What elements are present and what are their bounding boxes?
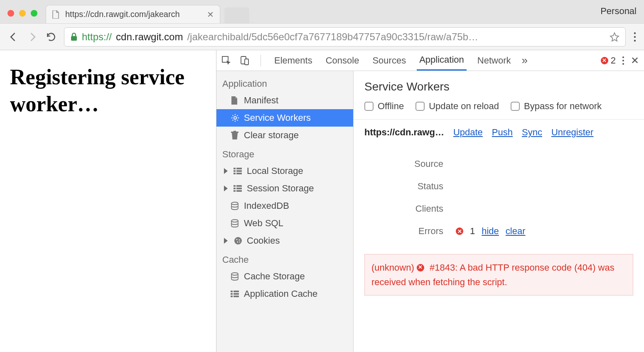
sidebar-item-local-storage[interactable]: Local Storage [216,162,353,180]
checkbox[interactable] [415,102,425,111]
tab-console[interactable]: Console [323,50,362,71]
svg-rect-16 [236,170,242,172]
svg-rect-0 [71,36,77,41]
checkbox[interactable] [364,102,374,111]
svg-rect-17 [234,173,236,174]
errors-hide-link[interactable]: hide [482,226,499,237]
sidebar-item-session-storage[interactable]: Session Storage [216,180,353,197]
sidebar-item-label: Cache Storage [244,271,305,282]
sidebar-group-application: Application [216,73,353,92]
error-icon: ✕ [456,227,463,235]
field-errors: Errors ✕ 1 hide clear [364,220,633,242]
url-scheme: https:// [82,31,112,43]
close-tab-icon[interactable]: ✕ [207,10,214,20]
option-label: Update on reload [429,101,499,112]
file-icon [52,10,61,19]
action-update[interactable]: Update [453,127,483,138]
sidebar-item-label: Web SQL [244,218,283,229]
error-badge[interactable]: ✕ 2 [601,55,616,66]
separator [261,55,261,66]
sw-entry: https://cdn.rawg… Update Push Sync Unreg… [354,120,644,149]
tab-title: https://cdn.rawgit.com/jakearch [65,10,203,19]
tab-sources[interactable]: Sources [370,50,408,71]
action-unregister[interactable]: Unregister [551,127,593,138]
cookie-icon [234,236,243,245]
sidebar-item-clear-storage[interactable]: Clear storage [216,127,353,144]
svg-rect-34 [234,291,239,292]
option-offline[interactable]: Offline [364,101,404,112]
sidebar-item-cache-storage[interactable]: Cache Storage [216,268,353,285]
sidebar-item-indexeddb[interactable]: IndexedDB [216,197,353,215]
option-label: Offline [378,101,404,112]
sidebar-item-application-cache[interactable]: Application Cache [216,285,353,303]
action-push[interactable]: Push [492,127,513,138]
more-tabs-icon[interactable]: » [521,54,527,67]
svg-point-7 [622,56,624,58]
sidebar-item-label: Manifest [244,95,278,106]
svg-rect-14 [236,168,242,169]
browser-menu-button[interactable] [633,31,637,43]
page-content: Registering service worker… [0,50,216,352]
window-controls [5,10,37,23]
tab-elements[interactable]: Elements [272,50,315,71]
svg-rect-36 [234,293,239,295]
tab-application[interactable]: Application [417,50,467,71]
new-tab-button[interactable] [224,7,249,23]
svg-rect-13 [234,168,236,169]
sidebar-item-label: IndexedDB [244,200,289,211]
inspect-element-icon[interactable] [221,56,231,66]
checkbox[interactable] [511,102,520,111]
reload-button[interactable] [46,32,57,42]
address-bar[interactable]: https://cdn.rawgit.com/jakearchibald/5dc… [64,27,626,46]
svg-rect-37 [231,296,233,297]
expand-icon [224,238,228,244]
minimize-window-button[interactable] [19,10,26,17]
sidebar-item-label: Clear storage [244,130,299,141]
errors-clear-link[interactable]: clear [506,226,526,237]
sidebar-item-label: Local Storage [247,166,303,176]
error-source-text: (unknown) [371,260,414,275]
tab-network[interactable]: Network [475,50,514,71]
action-sync[interactable]: Sync [522,127,542,138]
sidebar-item-service-workers[interactable]: Service Workers [216,109,353,127]
sidebar-item-manifest[interactable]: Manifest [216,92,353,109]
close-devtools-icon[interactable]: ✕ [631,55,639,66]
svg-rect-19 [234,185,236,187]
browser-tab[interactable]: https://cdn.rawgit.com/jakearch ✕ [46,5,220,23]
devtools-panel: Elements Console Sources Application Net… [216,50,644,352]
url-host: cdn.rawgit.com [116,31,183,43]
svg-rect-35 [231,293,233,295]
sidebar-group-cache: Cache [216,249,353,268]
field-label: Errors [364,226,456,237]
db-icon [231,272,240,281]
page-heading: Registering service worker… [10,64,206,117]
svg-rect-22 [236,188,242,189]
profile-label[interactable]: Personal [600,6,637,17]
sidebar-item-label: Session Storage [247,183,314,194]
option-update-on-reload[interactable]: Update on reload [415,101,499,112]
forward-button[interactable] [27,31,38,43]
sidebar-item-label: Service Workers [244,112,311,123]
devtools-menu-icon[interactable] [622,56,625,66]
sidebar-item-cookies[interactable]: Cookies [216,232,353,249]
sw-options: Offline Update on reload Bypass for netw… [354,99,644,120]
sidebar-item-websql[interactable]: Web SQL [216,215,353,232]
maximize-window-button[interactable] [31,10,37,17]
close-window-button[interactable] [7,10,14,17]
toggle-device-icon[interactable] [240,56,250,66]
sw-origin: https://cdn.rawg… [364,127,444,138]
url-path: /jakearchibald/5dc56e0cf7a7677189b47757a… [187,31,478,43]
svg-rect-23 [234,190,236,192]
devtools-main: Service Workers Offline Update on reload… [354,71,644,352]
svg-point-1 [634,32,636,34]
svg-point-9 [622,63,624,65]
bookmark-icon[interactable] [610,32,619,42]
svg-rect-21 [234,188,236,189]
error-count: 2 [611,55,616,66]
option-bypass-network[interactable]: Bypass for network [511,101,602,112]
expand-icon [224,186,228,191]
svg-rect-38 [234,296,239,297]
back-button[interactable] [7,31,19,43]
grid-icon [234,168,243,174]
grid-icon [231,291,240,297]
